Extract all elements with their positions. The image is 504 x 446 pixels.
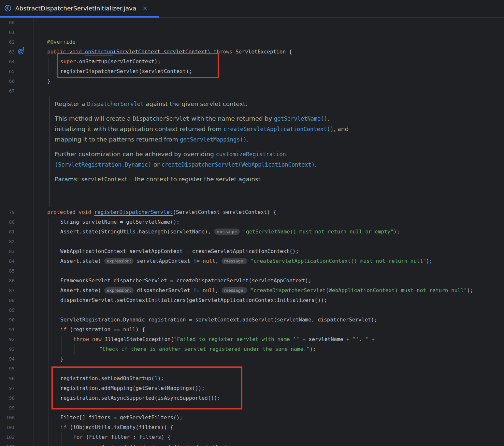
code-line[interactable]: 102for (Filter filter : filters) { xyxy=(0,432,504,442)
code-line[interactable]: 79protected void registerDispatcherServl… xyxy=(0,207,504,217)
code-text[interactable] xyxy=(34,237,47,246)
code-text[interactable]: registerServletFilter(servletContext, fi… xyxy=(34,442,231,446)
line-number[interactable]: 79 xyxy=(0,207,15,217)
line-number[interactable]: 85 xyxy=(0,266,15,276)
code-line[interactable]: 97registration.addMapping(getServletMapp… xyxy=(0,383,504,393)
code-text[interactable]: Assert.state(StringUtils.hasLength(servl… xyxy=(34,227,400,237)
code-line[interactable]: 87Assert.state( expression: dispatcherSe… xyxy=(0,286,504,295)
code-line[interactable]: 98registration.setAsyncSupported(isAsync… xyxy=(0,393,504,403)
code-line[interactable]: 96registration.setLoadOnStartup(1); xyxy=(0,374,504,383)
code-line[interactable]: 60 xyxy=(0,18,504,27)
code-line[interactable]: 65registerDispatcherServlet(servletConte… xyxy=(0,67,504,76)
code-line[interactable]: 88dispatcherServlet.setContextInitialize… xyxy=(0,295,504,305)
line-number[interactable]: 81 xyxy=(0,227,15,237)
code-line[interactable]: 61 xyxy=(0,27,504,37)
code-line[interactable]: 86FrameworkServlet dispatcherServlet = c… xyxy=(0,276,504,286)
code-editor[interactable]: 606162@Override63↑public void onStartup(… xyxy=(0,18,504,446)
code-line[interactable]: 103registerServletFilter(servletContext,… xyxy=(0,442,504,446)
code-line[interactable]: 91if (registration == null) { xyxy=(0,325,504,334)
code-line[interactable]: 63↑public void onStartup(ServletContext … xyxy=(0,47,504,57)
code-line[interactable]: 84Assert.state( expression: servletAppCo… xyxy=(0,256,504,266)
code-text[interactable] xyxy=(34,266,47,276)
code-line[interactable]: 89 xyxy=(0,305,504,315)
line-number[interactable]: 102 xyxy=(0,432,15,442)
code-text[interactable]: } xyxy=(34,354,64,364)
line-number[interactable]: 100 xyxy=(0,413,15,423)
code-text[interactable]: } xyxy=(34,76,50,86)
code-text[interactable]: Assert.state( expression: servletAppCont… xyxy=(34,256,432,266)
code-text[interactable] xyxy=(34,18,47,27)
code-text[interactable]: registration.setAsyncSupported(isAsyncSu… xyxy=(34,393,220,403)
line-number[interactable]: 103 xyxy=(0,442,15,446)
code-text[interactable]: Filter[] filters = getServletFilters(); xyxy=(34,413,183,423)
close-icon[interactable]: × xyxy=(142,5,148,11)
line-number[interactable]: 91 xyxy=(0,325,15,334)
line-number[interactable]: 88 xyxy=(0,295,15,305)
line-number[interactable]: 94 xyxy=(0,354,15,364)
doc-link[interactable]: DispatcherServlet xyxy=(87,101,144,107)
code-line[interactable]: 62@Override xyxy=(0,37,504,47)
code-line[interactable]: 66} xyxy=(0,76,504,86)
code-text[interactable] xyxy=(34,403,47,413)
doc-link[interactable]: getServletMappings() xyxy=(180,136,247,143)
code-line[interactable]: 64super.onStartup(servletContext); xyxy=(0,57,504,67)
code-line[interactable]: 94} xyxy=(0,354,504,364)
line-number[interactable]: 82 xyxy=(0,237,15,246)
line-number[interactable]: 64 xyxy=(0,57,15,67)
code-text[interactable]: throw new IllegalStateException("Failed … xyxy=(34,334,375,344)
code-text[interactable] xyxy=(34,86,47,96)
code-text[interactable]: WebApplicationContext servletAppContext … xyxy=(34,246,299,256)
code-line[interactable]: 80String servletName = getServletName(); xyxy=(0,217,504,227)
line-number[interactable]: 99 xyxy=(0,403,15,413)
code-line[interactable]: 81Assert.state(StringUtils.hasLength(ser… xyxy=(0,227,504,237)
line-number[interactable]: 83 xyxy=(0,246,15,256)
code-line[interactable]: 99 xyxy=(0,403,504,413)
line-number[interactable]: 65 xyxy=(0,67,15,76)
code-text[interactable]: @Override xyxy=(34,37,76,47)
code-line[interactable]: 100Filter[] filters = getServletFilters(… xyxy=(0,413,504,423)
line-number[interactable]: 63 xyxy=(0,47,15,57)
override-gutter-icon[interactable]: ↑ xyxy=(18,49,23,54)
line-number[interactable]: 60 xyxy=(0,18,15,27)
line-number[interactable]: 98 xyxy=(0,393,15,403)
code-text[interactable]: public void onStartup(ServletContext ser… xyxy=(34,47,292,57)
code-line[interactable]: 67 xyxy=(0,86,504,96)
code-text[interactable]: registerDispatcherServlet(servletContext… xyxy=(34,67,192,76)
code-text[interactable] xyxy=(34,305,47,315)
line-number[interactable]: 87 xyxy=(0,286,15,295)
line-number[interactable]: 96 xyxy=(0,374,15,383)
code-text[interactable]: for (Filter filter : filters) { xyxy=(34,432,171,442)
code-line[interactable]: 82 xyxy=(0,237,504,246)
line-number[interactable]: 61 xyxy=(0,27,15,37)
code-line[interactable]: 93"Check if there is another servlet reg… xyxy=(0,344,504,354)
code-text[interactable]: String servletName = getServletName(); xyxy=(34,217,180,227)
line-number[interactable]: 95 xyxy=(0,364,15,374)
code-text[interactable]: registration.addMapping(getServletMappin… xyxy=(34,383,205,393)
code-text[interactable]: "Check if there is another servlet regis… xyxy=(34,344,316,354)
line-number[interactable]: 62 xyxy=(0,37,15,47)
code-text[interactable]: if (!ObjectUtils.isEmpty(filters)) { xyxy=(34,423,173,432)
line-number[interactable]: 80 xyxy=(0,217,15,227)
doc-link[interactable]: getServletName() xyxy=(274,115,327,122)
line-number[interactable]: 84 xyxy=(0,256,15,266)
code-text[interactable]: registration.setLoadOnStartup(1); xyxy=(34,374,164,383)
code-text[interactable] xyxy=(34,364,47,374)
code-text[interactable]: super.onStartup(servletContext); xyxy=(34,57,161,67)
line-number[interactable]: 90 xyxy=(0,315,15,325)
line-number[interactable]: 67 xyxy=(0,86,15,96)
code-line[interactable]: 92throw new IllegalStateException("Faile… xyxy=(0,334,504,344)
line-number[interactable]: 92 xyxy=(0,334,15,344)
line-number[interactable]: 93 xyxy=(0,344,15,354)
line-number[interactable]: 66 xyxy=(0,76,15,86)
line-number[interactable]: 86 xyxy=(0,276,15,286)
doc-link[interactable]: createServletApplicationContext() xyxy=(223,126,334,132)
code-line[interactable]: 101if (!ObjectUtils.isEmpty(filters)) { xyxy=(0,423,504,432)
tab-abstract-dispatcher-servlet-initializer[interactable]: C AbstractDispatcherServletInitializer.j… xyxy=(0,0,159,18)
code-text[interactable] xyxy=(34,27,47,37)
code-line[interactable]: 83WebApplicationContext servletAppContex… xyxy=(0,246,504,256)
doc-link[interactable]: createDispatcherServlet​(WebApplicationC… xyxy=(162,161,315,168)
line-number[interactable]: 101 xyxy=(0,423,15,432)
code-text[interactable]: ServletRegistration.Dynamic registration… xyxy=(34,315,377,325)
code-text[interactable]: FrameworkServlet dispatcherServlet = cre… xyxy=(34,276,311,286)
code-text[interactable]: if (registration == null) { xyxy=(34,325,145,334)
